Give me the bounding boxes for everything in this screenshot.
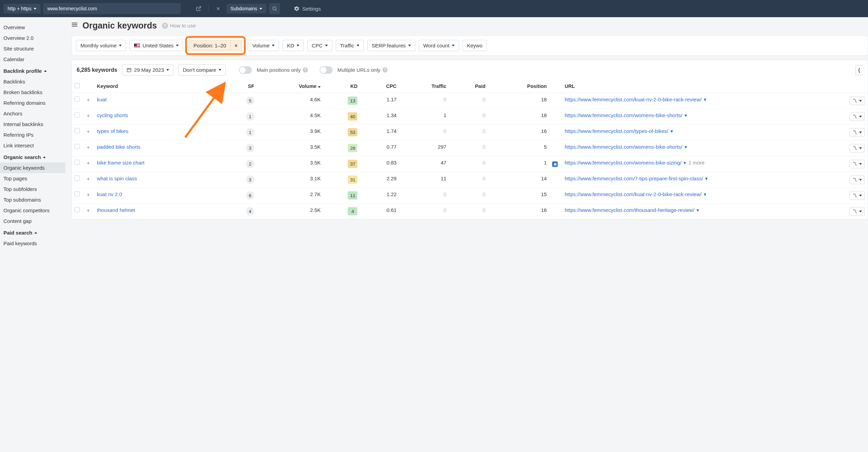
filter-volume[interactable]: Volume	[248, 40, 279, 51]
row-checkbox[interactable]	[75, 191, 80, 196]
url-link[interactable]: https://www.femmecyclist.com/kuat-nv-2-0…	[565, 191, 701, 197]
chevron-down-icon[interactable]: ▾	[683, 144, 687, 150]
sf-badge[interactable]: 3	[246, 176, 254, 184]
row-action-button[interactable]: 〽	[849, 207, 865, 216]
sidebar-item[interactable]: Overview 2.0	[0, 33, 65, 43]
filter-word-count[interactable]: Word count	[419, 40, 459, 51]
col-sf[interactable]: SF	[223, 80, 257, 93]
sf-badge[interactable]: 1	[246, 128, 254, 136]
chevron-down-icon[interactable]: ▾	[704, 176, 708, 181]
sf-badge[interactable]: 5	[246, 97, 254, 105]
search-button[interactable]	[269, 3, 280, 14]
sidebar-item[interactable]: Organic competitors	[0, 205, 65, 216]
sidebar-item[interactable]: Paid keywords	[0, 238, 65, 249]
row-action-button[interactable]: 〽	[849, 160, 865, 168]
keyword-link[interactable]: padded bike shorts	[97, 144, 141, 150]
filter-traffic[interactable]: Traffic	[336, 40, 364, 51]
url-link[interactable]: https://www.femmecyclist.com/kuat-nv-2-0…	[565, 97, 701, 102]
row-checkbox[interactable]	[75, 160, 80, 165]
row-checkbox[interactable]	[75, 176, 80, 181]
row-checkbox[interactable]	[75, 144, 80, 149]
expand-row-icon[interactable]: +	[85, 207, 91, 213]
chevron-down-icon[interactable]: ▾	[683, 112, 687, 118]
col-url[interactable]: URL	[562, 80, 847, 93]
sidebar-heading[interactable]: Backlink profile	[0, 65, 65, 76]
keyword-link[interactable]: cycling shorts	[97, 112, 128, 118]
filter-serp-features[interactable]: SERP features	[367, 40, 415, 51]
sidebar-item[interactable]: Referring IPs	[0, 129, 65, 140]
col-kd[interactable]: KD	[323, 80, 360, 93]
col-cpc[interactable]: CPC	[360, 80, 399, 93]
url-link[interactable]: https://www.femmecyclist.com/womens-bike…	[565, 144, 682, 150]
sidebar-item[interactable]: Internal backlinks	[0, 119, 65, 129]
menu-icon[interactable]	[71, 22, 78, 29]
more-urls-link[interactable]: 1 more	[688, 160, 704, 166]
sidebar-heading[interactable]: Organic search	[0, 151, 65, 162]
clear-icon[interactable]	[213, 3, 224, 14]
filter-monthly-volume[interactable]: Monthly volume	[76, 40, 126, 51]
sf-badge[interactable]: 1	[246, 112, 254, 121]
compare-select[interactable]: Don't compare	[178, 64, 226, 76]
date-picker[interactable]: 29 May 2023	[122, 64, 174, 76]
filter-keyword[interactable]: Keywo	[463, 40, 487, 51]
expand-row-icon[interactable]: +	[85, 112, 91, 118]
settings-button[interactable]: Settings	[290, 4, 324, 14]
domain-input[interactable]	[43, 3, 181, 14]
keyword-link[interactable]: kuat nv 2.0	[97, 191, 122, 197]
row-action-button[interactable]: 〽	[849, 191, 865, 200]
sf-badge[interactable]: 2	[246, 160, 254, 168]
keyword-link[interactable]: kuat	[97, 97, 107, 102]
toggle-multi-urls[interactable]	[320, 66, 333, 74]
sidebar-item[interactable]: Broken backlinks	[0, 87, 65, 98]
keyword-link[interactable]: thousand helmet	[97, 207, 135, 213]
mode-select[interactable]: Subdomains	[226, 4, 266, 13]
question-icon[interactable]: ?	[303, 67, 308, 72]
chevron-down-icon[interactable]: ▾	[669, 128, 673, 134]
question-icon[interactable]: ?	[382, 67, 388, 72]
sidebar-item[interactable]: Site structure	[0, 43, 65, 54]
row-checkbox[interactable]	[75, 207, 80, 212]
sidebar-item[interactable]: Organic keywords	[0, 162, 65, 173]
row-action-button[interactable]: 〽	[849, 144, 865, 152]
filter-position-remove[interactable]	[230, 40, 242, 51]
expand-row-icon[interactable]: +	[85, 128, 91, 134]
expand-row-icon[interactable]: +	[85, 160, 91, 166]
col-paid[interactable]: Paid	[449, 80, 488, 93]
col-traffic[interactable]: Traffic	[399, 80, 449, 93]
url-link[interactable]: https://www.femmecyclist.com/types-of-bi…	[565, 128, 668, 134]
chevron-down-icon[interactable]: ▾	[702, 191, 706, 197]
sidebar-item[interactable]: Calendar	[0, 54, 65, 65]
row-action-button[interactable]: 〽	[849, 112, 865, 121]
chevron-down-icon[interactable]: ▾	[682, 160, 686, 166]
sf-badge[interactable]: 6	[246, 191, 254, 200]
filter-cpc[interactable]: CPC	[307, 40, 332, 51]
row-checkbox[interactable]	[75, 97, 80, 102]
sidebar-item[interactable]: Anchors	[0, 108, 65, 119]
open-external-icon[interactable]	[193, 3, 204, 14]
sf-badge[interactable]: 4	[246, 207, 254, 215]
col-position[interactable]: Position	[488, 80, 549, 93]
filter-country[interactable]: United States	[130, 40, 183, 51]
row-action-button[interactable]: 〽	[849, 128, 865, 137]
keyword-link[interactable]: bike frame size chart	[97, 160, 144, 166]
sidebar-item[interactable]: Top pages	[0, 173, 65, 184]
sidebar-item[interactable]: Top subfolders	[0, 184, 65, 194]
row-checkbox[interactable]	[75, 112, 80, 117]
serp-feature-icon[interactable]: ▣	[552, 161, 558, 167]
row-action-button[interactable]: 〽	[849, 97, 865, 105]
api-button[interactable]: {	[855, 65, 863, 75]
keyword-link[interactable]: types of bikes	[97, 128, 129, 134]
sidebar-item[interactable]: Top subdomains	[0, 194, 65, 205]
sidebar-item[interactable]: Referring domains	[0, 98, 65, 108]
protocol-select[interactable]: http + https	[3, 4, 41, 13]
expand-row-icon[interactable]: +	[85, 176, 91, 182]
col-keyword[interactable]: Keyword	[94, 80, 223, 93]
select-all-checkbox[interactable]	[75, 83, 80, 88]
url-link[interactable]: https://www.femmecyclist.com/thousand-he…	[565, 207, 694, 213]
toggle-main-positions[interactable]	[239, 66, 252, 74]
filter-kd[interactable]: KD	[282, 40, 304, 51]
sidebar-item[interactable]: Backlinks	[0, 76, 65, 87]
url-link[interactable]: https://www.femmecyclist.com/7-tips-prep…	[565, 176, 703, 181]
how-to-use-link[interactable]: ? How to use	[162, 23, 196, 29]
sf-badge[interactable]: 3	[246, 144, 254, 152]
